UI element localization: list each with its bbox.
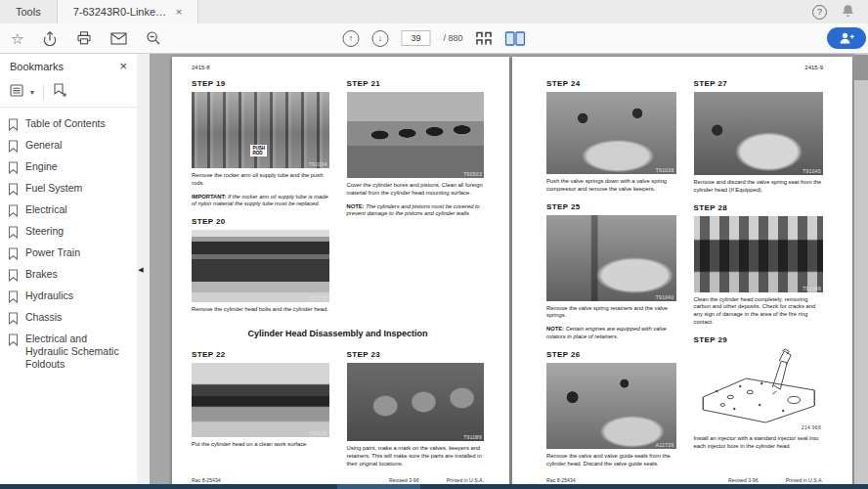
- person-add-icon: [839, 31, 855, 45]
- bookmark-options-icon[interactable]: [10, 83, 23, 101]
- step-caption: Remove the cylinder head bolts and the c…: [192, 306, 329, 314]
- bookmark-icon: [8, 118, 19, 131]
- bookmark-label: Brakes: [25, 268, 58, 281]
- photo-id: T90503: [463, 171, 482, 177]
- bookmark-item[interactable]: Brakes: [4, 264, 135, 286]
- column-row: STEP 24 T91038 Push the valve springs do…: [546, 76, 823, 477]
- tab-document[interactable]: 7-63243R0-Linked ... ×: [57, 0, 198, 23]
- content-area: Bookmarks × ▾ Tab: [0, 54, 868, 484]
- page-body: STEP 19 PUSH ROD T91034 Remove the rocke…: [192, 76, 484, 477]
- two-page-view-icon[interactable]: [505, 31, 526, 46]
- section-heading: Cylinder Head Disassembly and Inspection: [192, 329, 484, 338]
- photo-id: A11739: [656, 442, 674, 448]
- step-photo: A11739: [546, 363, 676, 449]
- photo-callout-label: PUSH ROD: [250, 145, 267, 157]
- bell-icon[interactable]: [842, 4, 854, 20]
- step-caption: Install an injector with a standard inje…: [694, 435, 824, 451]
- zoom-out-icon[interactable]: [146, 30, 161, 46]
- bookmark-item[interactable]: Electrical: [4, 200, 135, 221]
- taskbar-strip: [0, 484, 868, 489]
- manual-step: STEP 27 T91045 Remove and discard the va…: [694, 79, 824, 195]
- footer-printed: Printed in U.S.A.: [786, 477, 823, 483]
- new-bookmark-icon[interactable]: [53, 83, 67, 101]
- step-label: STEP 27: [694, 79, 824, 88]
- previous-page-button[interactable]: ↑: [342, 30, 359, 47]
- next-page-button[interactable]: ↓: [371, 30, 388, 47]
- footer-doc-code: Rac 8-25434: [546, 477, 576, 483]
- bookmark-icon: [8, 269, 19, 282]
- bookmark-item[interactable]: Power Train: [4, 243, 135, 264]
- photo-id: T91038: [656, 167, 674, 173]
- print-icon[interactable]: [76, 30, 92, 46]
- manual-step: STEP 20 T91075 Remove the cylinder head …: [192, 217, 329, 314]
- page-spread[interactable]: 2415-8 STEP 19 PUSH ROD T91034 Remove th…: [150, 54, 854, 484]
- photo-id: T91045: [803, 168, 821, 174]
- step-caption: Put the cylinder head on a clean work su…: [192, 441, 329, 449]
- bookmark-label: Engine: [25, 160, 58, 173]
- footer-doc-code: Rac 8-25434: [192, 477, 221, 483]
- close-panel-icon[interactable]: ×: [119, 59, 127, 73]
- tabbar-right-actions: ?: [812, 0, 868, 23]
- bookmark-item[interactable]: Chassis: [4, 307, 135, 329]
- page-footer: Rac 8-25434 Revised 3-96 Printed in U.S.…: [192, 477, 484, 483]
- page-column: STEP 19 PUSH ROD T91034 Remove the rocke…: [192, 76, 329, 323]
- photo-id: 214.968: [802, 424, 821, 430]
- chevron-down-icon[interactable]: ▾: [30, 88, 34, 97]
- toolbar: ☆ ↑ ↓: [0, 23, 868, 54]
- bookmark-icon: [8, 333, 19, 346]
- pdf-reader-window: Tools 7-63243R0-Linked ... × ? ☆: [0, 0, 868, 489]
- toolbar-page-nav: ↑ ↓ 39 / 880: [342, 30, 525, 47]
- toolbar-right: [827, 27, 868, 49]
- bookmark-icon: [8, 204, 19, 217]
- photo-id: T91075: [309, 295, 327, 301]
- toolbar-left: ☆: [0, 30, 161, 46]
- footer-revised: Revised 3-96: [728, 477, 759, 483]
- tab-tools[interactable]: Tools: [0, 0, 57, 23]
- scrollbar-thumb[interactable]: [854, 55, 868, 80]
- tab-close-icon[interactable]: ×: [176, 6, 182, 18]
- manual-step: STEP 24 T91038 Push the valve springs do…: [546, 79, 676, 194]
- collapse-panel-icon[interactable]: ◀: [135, 263, 147, 277]
- organize-pages-icon[interactable]: [476, 31, 493, 46]
- footer-printed: Printed in U.S.A.: [447, 477, 484, 483]
- bookmark-item[interactable]: Fuel System: [4, 178, 135, 200]
- step-photo: PUSH ROD T91034: [192, 92, 329, 168]
- share-upload-icon[interactable]: [42, 30, 58, 46]
- bookmark-label: Table of Contents: [25, 117, 106, 130]
- step-photo: T91075: [192, 230, 329, 302]
- step-photo: T91036: [192, 363, 329, 437]
- photo-id: T91040: [656, 294, 674, 300]
- bookmark-label: General: [25, 139, 62, 152]
- bookmark-icon: [8, 161, 19, 174]
- email-icon[interactable]: [110, 32, 127, 45]
- manual-step: STEP 21 T90503 Cover the cylinder bores …: [347, 79, 485, 218]
- step-label: STEP 28: [694, 203, 824, 212]
- step-label: STEP 20: [192, 217, 329, 226]
- step-label: STEP 29: [694, 335, 824, 344]
- step-caption: Cover the cylinder bores and pistons. Cl…: [347, 182, 485, 198]
- page-number: 2415-9: [546, 65, 823, 76]
- page-number-input[interactable]: 39: [401, 30, 430, 46]
- page-column: STEP 24 T91038 Push the valve springs do…: [546, 76, 676, 477]
- manual-step: STEP 19 PUSH ROD T91034 Remove the rocke…: [192, 79, 329, 208]
- bookmarks-toolbar: ▾: [0, 78, 137, 108]
- help-icon[interactable]: ?: [812, 5, 827, 20]
- step-caption: Remove the valve and valve guide seals f…: [546, 453, 676, 468]
- column-row: STEP 19 PUSH ROD T91034 Remove the rocke…: [192, 76, 484, 323]
- step-note: IMPORTANT: If the rocker arm oil supply …: [192, 194, 329, 209]
- star-bookmark-icon[interactable]: ☆: [11, 31, 23, 46]
- bookmark-item[interactable]: Electrical and Hydraulic Schematic Foldo…: [4, 329, 135, 375]
- bookmark-item[interactable]: Engine: [4, 156, 135, 178]
- bookmark-item[interactable]: Hydraulics: [4, 286, 135, 307]
- step-note: NOTE: Certain engines are equipped with …: [546, 326, 676, 341]
- step-label: STEP 23: [347, 350, 485, 359]
- share-file-button[interactable]: [827, 27, 866, 49]
- column-row: STEP 22 T91036 Put the cylinder head on …: [192, 347, 484, 476]
- bookmark-item[interactable]: Steering: [4, 221, 135, 243]
- bookmark-item[interactable]: General: [4, 135, 135, 156]
- bookmark-label: Hydraulics: [25, 289, 73, 302]
- bookmark-list: Table of Contents General Engine Fuel Sy…: [0, 108, 137, 375]
- vertical-scrollbar[interactable]: [854, 54, 868, 484]
- bookmark-item[interactable]: Table of Contents: [4, 113, 135, 135]
- step-photo: T91089: [347, 363, 485, 441]
